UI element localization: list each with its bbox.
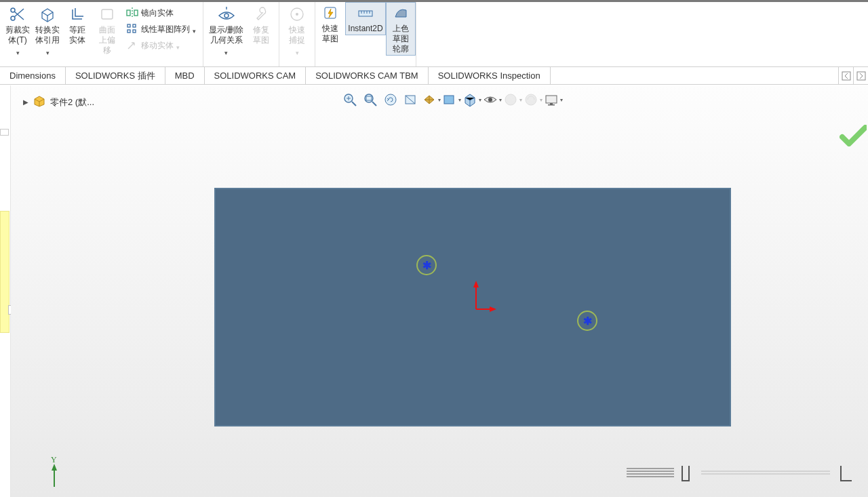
mirror-icon <box>126 7 138 19</box>
svg-rect-13 <box>359 11 372 16</box>
zoom-fit-button[interactable] <box>340 90 359 110</box>
render-button[interactable]: ▾ <box>524 90 542 110</box>
offset-icon <box>68 5 86 24</box>
sketch-point-1[interactable]: ✱ <box>416 255 437 275</box>
offset-entities-button[interactable]: 等距 实体 <box>62 3 92 47</box>
zoom-area-button[interactable] <box>361 90 380 110</box>
view-orientation-button[interactable]: ▾ <box>422 90 441 110</box>
svg-point-22 <box>488 98 492 102</box>
cube-icon <box>39 5 56 24</box>
collapse-left-icon[interactable] <box>838 67 853 84</box>
chevron-right-icon: ▶ <box>23 98 28 106</box>
svg-rect-2 <box>102 9 113 19</box>
graphics-area[interactable]: ▶ 零件2 (默... ▾ ▾ ▾ ▾ ▾ ▾ ▾ <box>11 85 868 497</box>
eye-icon <box>218 5 235 24</box>
display-relations-button[interactable]: 显示/删除 几何关系 ▾ <box>206 3 246 58</box>
tab-cam[interactable]: SOLIDWORKS CAM <box>205 67 307 84</box>
appearance-button[interactable]: ▾ <box>483 90 502 110</box>
svg-rect-15 <box>857 72 865 80</box>
hide-show-button[interactable]: ▾ <box>462 90 481 110</box>
svg-marker-33 <box>52 464 57 471</box>
point-marker-icon: ✱ <box>583 315 592 327</box>
svg-point-24 <box>526 94 536 105</box>
wrench-icon <box>253 5 269 24</box>
tab-addins[interactable]: SOLIDWORKS 插件 <box>66 67 165 84</box>
chevron-down-icon: ▾ <box>16 49 20 56</box>
svg-rect-4 <box>134 10 138 16</box>
svg-point-9 <box>224 14 229 18</box>
svg-rect-5 <box>127 24 130 27</box>
point-marker-icon: ✱ <box>422 259 431 272</box>
viewport-button[interactable]: ▾ <box>544 90 563 110</box>
chevron-down-icon: ▾ <box>193 28 196 35</box>
tab-inspection[interactable]: SOLIDWORKS Inspection <box>429 67 551 84</box>
svg-rect-26 <box>550 103 553 104</box>
convert-entities-button[interactable]: 转换实 体引用 ▾ <box>33 3 62 58</box>
repair-sketch-button: 修复 草图 <box>246 3 276 47</box>
rapid-sketch-button[interactable]: 快速 草图 <box>315 2 345 45</box>
svg-rect-25 <box>546 96 557 103</box>
svg-point-19 <box>385 94 396 105</box>
scene-button[interactable]: ▾ <box>503 90 522 110</box>
reference-triad: Y <box>42 457 69 493</box>
property-manager-strip <box>0 211 9 333</box>
svg-rect-8 <box>133 30 136 33</box>
part-name-label: 零件2 (默... <box>50 96 94 108</box>
ribbon: 剪裁实 体(T) ▾ 转换实 体引用 ▾ 等距 实体 曲面 上偏 移 <box>0 2 868 67</box>
heads-up-toolbar: ▾ ▾ ▾ ▾ ▾ ▾ ▾ <box>340 90 563 110</box>
previous-view-button[interactable] <box>381 90 400 110</box>
svg-rect-27 <box>548 104 555 106</box>
chevron-down-icon: ▾ <box>224 49 228 56</box>
shaded-contour-button[interactable]: 上色 草图 轮廓 <box>386 2 416 56</box>
command-manager-tabs: Dimensions SOLIDWORKS 插件 MBD SOLIDWORKS … <box>0 67 868 85</box>
scissors-icon <box>9 5 26 24</box>
expand-right-icon[interactable] <box>853 67 868 84</box>
snap-icon <box>289 5 305 24</box>
tab-mbd[interactable]: MBD <box>165 67 205 84</box>
tab-cam-tbm[interactable]: SOLIDWORKS CAM TBM <box>306 67 428 84</box>
mirror-entities-button[interactable]: 镜向实体 <box>122 5 200 21</box>
tab-dimensions[interactable]: Dimensions <box>0 67 66 84</box>
breadcrumb[interactable]: ▶ 零件2 (默... <box>23 95 94 109</box>
sketch-point-2[interactable]: ✱ <box>577 311 597 331</box>
linear-pattern-button[interactable]: 线性草图阵列 ▾ <box>122 21 200 37</box>
chevron-down-icon: ▾ <box>46 49 50 56</box>
feature-manager-sidebar <box>0 85 11 497</box>
view-scale-widget <box>627 462 857 485</box>
trim-entities-button[interactable]: 剪裁实 体(T) ▾ <box>3 3 33 58</box>
part-icon <box>33 95 46 109</box>
section-view-button[interactable] <box>401 90 420 110</box>
surface-icon <box>100 5 115 24</box>
display-style-button[interactable]: ▾ <box>442 90 461 110</box>
selected-face[interactable] <box>214 188 731 426</box>
confirm-sketch-button[interactable] <box>840 125 867 148</box>
ruler-icon <box>357 3 374 22</box>
svg-rect-7 <box>127 30 130 33</box>
svg-rect-6 <box>133 24 136 27</box>
instant2d-button[interactable]: Instant2D <box>345 2 385 35</box>
svg-rect-21 <box>444 96 454 104</box>
surface-offset-button: 曲面 上偏 移 <box>92 3 122 57</box>
svg-rect-14 <box>842 72 850 80</box>
move-entities-button: 移动实体 ▾ <box>122 37 200 54</box>
lightning-icon <box>322 3 338 22</box>
quick-snap-button: 快速 捕捉 ▾ <box>282 3 312 58</box>
move-icon <box>126 39 138 52</box>
svg-rect-3 <box>127 10 130 16</box>
svg-point-11 <box>296 13 298 16</box>
shaded-icon <box>393 3 409 22</box>
pattern-icon <box>126 23 138 35</box>
flyout-handle[interactable] <box>0 129 9 136</box>
svg-point-23 <box>505 94 516 105</box>
